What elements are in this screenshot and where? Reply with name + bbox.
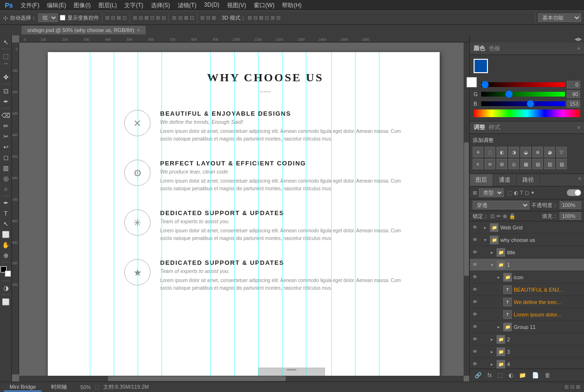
vertical-scrollbar[interactable] (464, 43, 469, 376)
layer-item-lorem-text[interactable]: 👁 T Lorem ipsum dolor... (470, 308, 584, 321)
adj-panel-menu[interactable]: ≡ (577, 125, 580, 130)
menu-item-dd[interactable]: 3D(D) (200, 0, 223, 11)
menu-item-t[interactable]: 文字(T) (120, 0, 147, 11)
layer-vis-lorem-text[interactable]: 👁 (472, 311, 478, 318)
adj-color-balance[interactable]: ⊕ (532, 147, 543, 157)
adj-posterize[interactable]: ▦ (520, 159, 531, 169)
layer-expand-web-grid[interactable]: ▸ (482, 225, 488, 230)
filter-toggle[interactable] (567, 189, 581, 196)
tab-paths[interactable]: 路径 (517, 174, 540, 186)
layers-panel-menu[interactable]: ≡ (575, 174, 584, 186)
layer-vis-title[interactable]: 👁 (472, 249, 478, 256)
color-spectrum[interactable] (474, 109, 580, 117)
zoom-tool[interactable]: ⊕ (1, 250, 11, 260)
adj-invert[interactable]: ◎ (508, 159, 519, 169)
layer-vis-we-define-text[interactable]: 👁 (472, 299, 478, 305)
color-panel-title[interactable]: 颜色 (474, 44, 485, 53)
adj-vibrance[interactable]: ◑ (508, 147, 519, 157)
dodge-tool[interactable]: ○ (1, 184, 11, 194)
fill-input[interactable] (560, 212, 581, 220)
layer-vis-group-3[interactable]: 👁 (472, 348, 478, 355)
layer-vis-group-4[interactable]: 👁 (472, 361, 478, 368)
swatches-panel-title[interactable]: 色板 (489, 44, 500, 53)
layer-expand-we-define-text[interactable] (496, 299, 501, 305)
layer-expand-group-11[interactable]: ▸ (496, 324, 501, 330)
new-layer-icon[interactable]: 📄 (530, 371, 541, 380)
type-tool[interactable]: T (1, 208, 11, 218)
menu-item-v[interactable]: 视图(V) (223, 0, 250, 11)
adj-channel-mixer[interactable]: ≋ (485, 159, 495, 169)
v-scroll-thumb[interactable] (464, 142, 469, 276)
screen-mode-tool[interactable]: ⬜ (1, 297, 11, 306)
folder-icon[interactable]: 📁 (517, 371, 528, 380)
b-value[interactable]: 153 (567, 100, 580, 108)
adj-brightness[interactable]: ☀ (473, 147, 483, 157)
quick-mask-tool[interactable]: ◑ (1, 283, 11, 293)
layer-vis-web-grid[interactable]: 👁 (472, 224, 478, 231)
menu-item-e[interactable]: 编辑(E) (43, 0, 70, 11)
layer-expand-lorem-text[interactable] (496, 312, 501, 317)
layer-vis-group-1[interactable]: 👁 (472, 261, 478, 268)
layer-item-group-11[interactable]: 👁 ▸ 📁 Group 11 (470, 321, 584, 333)
layer-item-group-2[interactable]: 👁 ▸ 📁 2 (470, 333, 584, 346)
adj-threshold[interactable]: ▤ (532, 159, 543, 169)
layer-expand-group-2[interactable]: ▸ (489, 337, 495, 342)
layer-item-group-3[interactable]: 👁 ▸ 📁 3 (470, 346, 584, 358)
layer-item-beautiful-text[interactable]: 👁 T BEAUTIFUL & ENJ... (470, 283, 584, 296)
move-tool-icon[interactable]: ⊹ (3, 14, 8, 22)
auto-select-dropdown[interactable]: 组 (38, 13, 58, 22)
layer-expand-beautiful-text[interactable] (496, 287, 501, 293)
color-panel-menu[interactable]: ≡ (577, 46, 580, 51)
styles-title[interactable]: 样式 (489, 123, 500, 131)
eraser-tool[interactable]: ◻ (1, 152, 11, 162)
lock-paint-icon[interactable]: ✏ (497, 213, 501, 219)
adj-photo-filter[interactable]: ▽ (556, 147, 567, 157)
adj-levels[interactable]: ≡ (473, 159, 483, 169)
lock-all-icon[interactable]: 🔒 (509, 213, 516, 219)
menu-item-i[interactable]: 图像(I) (70, 0, 94, 11)
move-tool[interactable]: ↖ (1, 37, 11, 47)
adj-curves[interactable]: ◌ (485, 147, 495, 157)
color-swatch-pair[interactable] (0, 266, 11, 277)
stamp-tool[interactable]: ✂ (1, 131, 11, 141)
adj-hsl[interactable]: ◒ (520, 147, 531, 157)
healing-tool[interactable]: ⌫ (1, 110, 11, 120)
layer-type-filter[interactable]: 类型 (479, 188, 504, 197)
layer-expand-group-4[interactable]: ▸ (489, 361, 495, 367)
menu-item-t[interactable]: 滤镜(T) (174, 0, 200, 11)
transform-checkbox[interactable] (60, 15, 65, 21)
layer-item-why-choose-us[interactable]: 👁 ▾ 📁 why choose us (470, 234, 584, 246)
filter-adj-icon[interactable]: ◐ (514, 190, 519, 196)
layer-expand-group-1[interactable]: ▾ (489, 262, 495, 268)
blur-tool[interactable]: ◎ (1, 174, 11, 183)
color-fg-bg[interactable] (474, 59, 492, 77)
rectangle-select-tool[interactable]: ⬚ (1, 51, 11, 61)
adj-gradient-map[interactable]: ▥ (544, 159, 555, 169)
layer-item-icon[interactable]: 👁 ▸ 📁 icon (470, 271, 584, 283)
layer-vis-beautiful-text[interactable]: 👁 (472, 286, 478, 293)
opacity-input[interactable] (560, 201, 581, 209)
layer-item-group-4[interactable]: 👁 ▸ 📁 4 (470, 358, 584, 369)
layer-item-group-1[interactable]: 👁 ▾ 📁 1 (470, 259, 584, 271)
gradient-tool[interactable]: ▥ (1, 163, 11, 173)
blend-mode-select[interactable]: 穿透 (473, 201, 530, 209)
pen-tool[interactable]: ✒ (1, 198, 11, 207)
menu-item-l[interactable]: 图层(L) (95, 0, 121, 11)
layer-vis-why-choose-us[interactable]: 👁 (472, 237, 478, 243)
adj-color-lookup[interactable]: ⊞ (497, 159, 507, 169)
background-color[interactable] (5, 271, 11, 277)
layer-expand-why-choose-us[interactable]: ▾ (482, 237, 488, 243)
quick-select-tool[interactable]: ✤ (1, 72, 11, 82)
menu-item-f[interactable]: 文件(F) (17, 0, 43, 11)
menu-item-w[interactable]: 窗口(W) (250, 0, 278, 11)
menu-item-h[interactable]: 帮助(H) (278, 0, 305, 11)
layer-expand-group-3[interactable]: ▸ (489, 349, 495, 355)
adjustments-title[interactable]: 调整 (474, 123, 485, 131)
timeline-tab[interactable]: 时间轴 (45, 382, 73, 392)
color-fg-swatch[interactable] (474, 59, 488, 73)
document-tab[interactable]: sndsgn.psd @ 50% (why choose us, RGB/8#)… (22, 26, 146, 34)
canvas-area[interactable]: 0 100 200 300 400 500 600 700 800 900 10… (12, 35, 469, 381)
eyedropper-tool[interactable]: ✒ (1, 97, 11, 106)
link-icon[interactable]: 🔗 (473, 371, 484, 380)
layer-item-we-define-text[interactable]: 👁 T We define the tren... (470, 296, 584, 308)
